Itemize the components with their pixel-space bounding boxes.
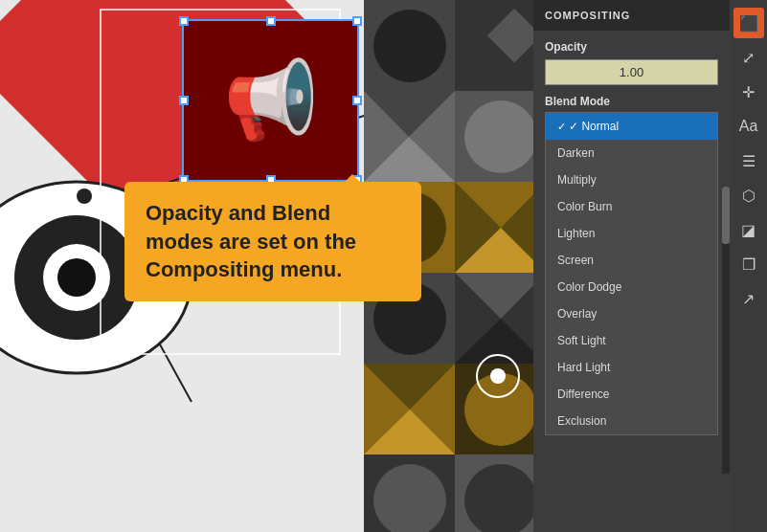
scroll-track[interactable] xyxy=(722,187,730,474)
blend-mode-label: Blend Mode xyxy=(545,95,718,108)
opacity-section: Opacity xyxy=(533,31,730,95)
layers-icon[interactable]: ⬛ xyxy=(733,8,764,38)
blend-item-normal[interactable]: ✓ Normal xyxy=(546,113,717,140)
svg-point-12 xyxy=(373,10,446,82)
export-icon[interactable]: ↗ xyxy=(733,283,764,314)
right-toolbar: ⬛⤢✛Aa☰⬡◪❐↗ xyxy=(730,0,767,532)
blend-item-color-burn[interactable]: Color Burn xyxy=(546,193,717,220)
tooltip-text: Opacity and Blend modes are set on the C… xyxy=(146,199,400,284)
fit-icon[interactable]: ⤢ xyxy=(733,42,764,73)
blend-item-overlay[interactable]: Overlay xyxy=(546,300,717,327)
text-icon[interactable]: Aa xyxy=(733,111,764,142)
move-icon[interactable]: ✛ xyxy=(733,77,764,107)
svg-point-68 xyxy=(490,368,506,384)
svg-point-52 xyxy=(464,373,537,446)
opacity-label: Opacity xyxy=(545,40,718,54)
blend-item-multiply[interactable]: Multiply xyxy=(546,166,717,193)
blend-item-soft-light[interactable]: Soft Light xyxy=(546,327,717,354)
blend-mode-section: Blend Mode ✓ NormalDarkenMultiplyColor B… xyxy=(533,95,730,441)
blend-item-hard-light[interactable]: Hard Light xyxy=(546,354,717,381)
svg-point-8 xyxy=(57,258,96,297)
blend-item-difference[interactable]: Difference xyxy=(546,381,717,408)
mask-icon[interactable]: ⬡ xyxy=(733,180,764,211)
clone-icon[interactable]: ❐ xyxy=(733,249,764,279)
handle-mid-right[interactable] xyxy=(352,96,362,105)
handle-top-left[interactable] xyxy=(179,16,189,26)
compositing-panel: COMPOSITING Opacity Blend Mode ✓ NormalD… xyxy=(533,0,730,532)
megaphone-icon: 📢 xyxy=(223,55,319,145)
handle-mid-left[interactable] xyxy=(179,96,189,105)
blend-mode-dropdown[interactable]: ✓ NormalDarkenMultiplyColor BurnLightenS… xyxy=(545,112,718,435)
selected-object[interactable]: 📢 xyxy=(182,19,359,182)
blend-item-lighten[interactable]: Lighten xyxy=(546,220,717,247)
blend-item-color-dodge[interactable]: Color Dodge xyxy=(546,274,717,300)
svg-point-23 xyxy=(464,100,537,173)
svg-point-9 xyxy=(77,188,92,204)
blend-item-screen[interactable]: Screen xyxy=(546,247,717,274)
crop-icon[interactable]: ◪ xyxy=(733,214,764,245)
blend-item-darken[interactable]: Darken xyxy=(546,140,717,166)
panel-header: COMPOSITING xyxy=(533,0,730,31)
blend-item-exclusion[interactable]: Exclusion xyxy=(546,408,717,434)
scroll-thumb[interactable] xyxy=(722,187,730,244)
tooltip-balloon: Opacity and Blend modes are set on the C… xyxy=(124,182,421,301)
handle-top-right[interactable] xyxy=(352,16,362,26)
list-icon[interactable]: ☰ xyxy=(733,145,764,176)
handle-top-mid[interactable] xyxy=(266,16,276,26)
opacity-input[interactable] xyxy=(545,59,718,85)
